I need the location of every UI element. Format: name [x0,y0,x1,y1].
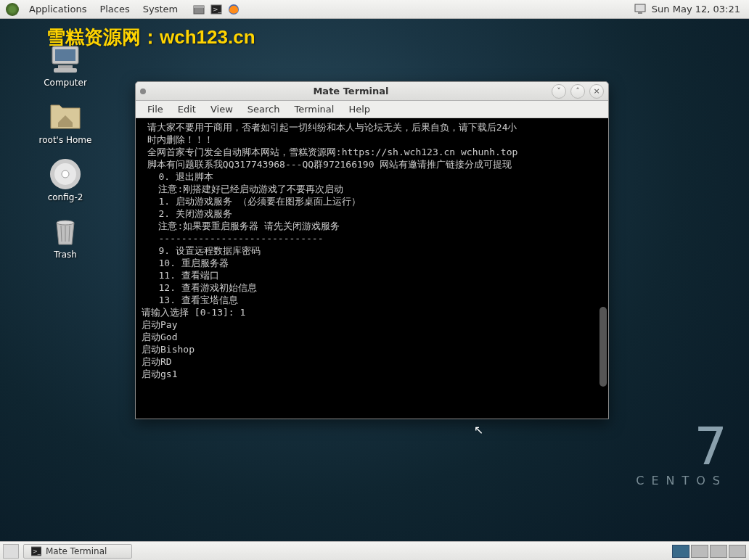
minimize-button[interactable]: ˅ [552,84,566,99]
bottom-panel: >_ Mate Terminal [0,541,749,560]
brand-name: CENTOS [636,474,727,487]
folder-home-icon [48,101,83,133]
window-title: Mate Terminal [150,86,552,96]
terminal-line: 启动gs1 [142,368,602,380]
terminal-window: Mate Terminal ˅ ˄ × File Edit View Searc… [135,81,609,419]
terminal-line: 脚本有问题联系我QQ317743968---QQ群972166190 网站有邀请… [142,158,602,170]
terminal-line: 9. 设置远程数据库密码 [142,244,602,257]
terminal-line: 请大家不要用于商用，否者如引起一切纠纷和本人与论坛无关，后果自负，请下载后24小 [142,121,602,133]
workspace-switcher [672,545,746,558]
svg-rect-9 [58,65,73,68]
workspace-4[interactable] [729,545,746,558]
menu-edit[interactable]: Edit [171,102,203,116]
display-icon[interactable] [634,3,647,16]
svg-point-13 [62,170,69,178]
svg-text:>_: >_ [33,548,41,555]
svg-rect-5 [635,4,645,12]
terminal-line: 10. 重启服务器 [142,257,602,269]
brand-version: 7 [636,424,727,468]
maximize-button[interactable]: ˄ [570,84,585,99]
terminal-line: 启动Bishop [142,343,602,355]
terminal-line: 注意:如果要重启服务器 请先关闭游戏服务 [142,220,602,232]
svg-point-17 [57,221,74,225]
terminal-line: 2. 关闭游戏服务 [142,207,602,220]
workspace-3[interactable] [710,545,727,558]
file-manager-icon[interactable] [192,3,205,16]
terminal-line: 0. 退出脚本 [142,170,602,183]
menu-places[interactable]: Places [94,1,135,17]
window-menu-icon[interactable] [140,88,146,94]
terminal-output[interactable]: 请大家不要用于商用，否者如引起一切纠纷和本人与论坛无关，后果自负，请下载后24小… [136,118,608,419]
window-buttons: ˅ ˄ × [552,84,604,99]
terminal-line: 12. 查看游戏初始信息 [142,281,602,294]
close-button[interactable]: × [589,84,604,99]
terminal-launcher-icon[interactable]: >_ [210,3,223,16]
taskbar-item-label: Mate Terminal [46,546,107,556]
panel-launcher-icons: >_ [192,3,240,16]
firefox-icon[interactable] [227,3,240,16]
menu-system[interactable]: System [137,1,184,17]
workspace-2[interactable] [691,545,708,558]
menu-help[interactable]: Help [341,102,377,116]
desktop-icon-label: Trash [54,250,77,260]
svg-rect-10 [54,68,77,73]
desktop-icons: Computer root's Home config-2 Trash [29,44,102,260]
terminal-line: 全网首家专门发全自动脚本网站，雪糕资源网:https://sh.wch123.c… [142,146,602,158]
menu-terminal[interactable]: Terminal [287,102,341,116]
terminal-line: 1. 启动游戏服务 （必须要在图形桌面上运行） [142,195,602,207]
computer-icon [48,44,83,75]
trash-icon [48,215,83,247]
terminal-task-icon: >_ [31,546,41,556]
terminal-line: 启动RD [142,355,602,368]
desktop-icon-config[interactable]: config-2 [29,158,102,202]
disc-icon [48,158,83,190]
panel-left: Applications Places System >_ [3,1,240,17]
terminal-line: ----------------------------- [142,232,602,244]
menu-search[interactable]: Search [240,102,287,116]
desktop-icon-label: Computer [44,78,87,88]
desktop-icon-home[interactable]: root's Home [29,101,102,145]
window-titlebar[interactable]: Mate Terminal ˅ ˄ × [136,82,608,101]
mouse-cursor-icon: ↖ [474,423,483,437]
svg-rect-8 [55,49,75,61]
terminal-line: 11. 查看端口 [142,269,602,281]
svg-rect-6 [638,12,642,14]
menu-view[interactable]: View [203,102,240,116]
desktop-icon-trash[interactable]: Trash [29,215,102,260]
terminal-line: 请输入选择 [0-13]: 1 [142,306,602,318]
top-panel: Applications Places System >_ Sun May 12… [0,0,749,19]
terminal-line: 启动God [142,331,602,343]
svg-rect-1 [194,6,204,8]
panel-right: Sun May 12, 03:21 [634,3,746,16]
distro-logo-icon[interactable] [6,3,19,16]
scrollbar-thumb[interactable] [599,307,607,387]
centos-brand: 7 CENTOS [636,424,727,487]
terminal-menubar: File Edit View Search Terminal Help [136,101,608,118]
clock[interactable]: Sun May 12, 03:21 [652,4,740,15]
terminal-line: 13. 查看宝塔信息 [142,294,602,306]
taskbar-item-terminal[interactable]: >_ Mate Terminal [23,544,132,559]
show-desktop-button[interactable] [3,544,19,559]
menu-file[interactable]: File [140,102,171,116]
terminal-line: 时内删除！！！ [142,133,602,146]
workspace-1[interactable] [672,545,689,558]
menu-applications[interactable]: Applications [23,1,92,17]
desktop-icon-label: config-2 [48,192,83,202]
desktop-icon-label: root's Home [39,135,92,145]
desktop-icon-computer[interactable]: Computer [29,44,102,88]
svg-text:>_: >_ [213,6,222,13]
terminal-line: 启动Pay [142,318,602,331]
terminal-line: 注意:刚搭建好已经启动游戏了不要再次启动 [142,183,602,195]
